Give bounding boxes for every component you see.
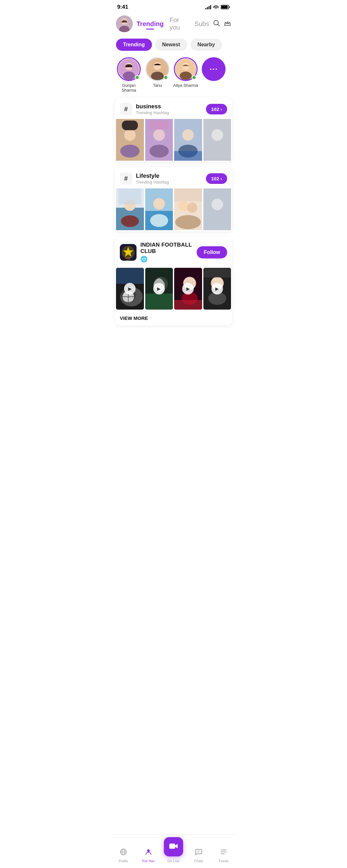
video-thumb-3[interactable]: ▶ [174, 268, 202, 310]
svg-point-27 [182, 129, 194, 141]
play-icon-3[interactable]: ▶ [182, 283, 194, 294]
story-item-tanu[interactable]: Tanu [146, 57, 169, 88]
club-globe-icon: 🌐 [140, 255, 193, 262]
hashtag-subtitle-business: Trending Hashtag [136, 110, 169, 115]
hashtag-count-lifestyle[interactable]: 102 › [206, 173, 227, 184]
hash-symbol: # [120, 103, 132, 115]
photo-thumb-1[interactable] [116, 119, 144, 161]
photo-thumb-5[interactable] [116, 188, 144, 230]
svg-point-35 [121, 215, 139, 227]
video-thumb-2[interactable]: ▶ [145, 268, 173, 310]
svg-point-39 [153, 198, 165, 210]
club-logo: WINDY CITY [120, 244, 136, 261]
filter-tabs: Trending Newest Nearby [111, 36, 236, 55]
battery-icon [221, 5, 230, 9]
tab-foryou[interactable]: For you [169, 17, 189, 31]
photo-thumb-3[interactable] [174, 119, 202, 161]
svg-point-42 [178, 201, 188, 211]
play-icon-2[interactable]: ▶ [153, 283, 165, 294]
photo-thumb-8[interactable] [203, 188, 231, 230]
filter-nearby[interactable]: Nearby [191, 38, 222, 51]
svg-point-44 [175, 215, 201, 229]
svg-point-11 [123, 72, 135, 80]
club-name: INDIAN FOOTBALL CLUB [140, 242, 193, 255]
svg-rect-59 [116, 268, 144, 284]
play-icon-1[interactable]: ▶ [124, 283, 135, 294]
video-grid: ▶ ▶ ▶ [115, 268, 232, 311]
hashtag-card-lifestyle: # Lifestyle Trending Hashtag 102 › [115, 167, 232, 231]
svg-point-17 [180, 72, 192, 80]
view-more-button[interactable]: VIEW MORE [115, 311, 232, 326]
hashtag-card-business: # business Trending Hashtag 102 › [115, 98, 232, 162]
svg-rect-2 [229, 6, 230, 8]
svg-rect-61 [145, 293, 173, 310]
svg-point-43 [187, 203, 197, 213]
story-name-gunjan: Gunjan Sharma [116, 83, 142, 93]
online-indicator [192, 75, 196, 80]
photo-grid-business [115, 119, 232, 162]
filter-trending[interactable]: Trending [116, 38, 152, 51]
svg-rect-1 [221, 6, 228, 9]
photo-thumb-4[interactable] [203, 119, 231, 161]
svg-rect-36 [119, 188, 141, 205]
club-card: WINDY CITY INDIAN FOOTBALL CLUB 🌐 Follow [115, 237, 232, 326]
tab-trending[interactable]: Trending [136, 20, 163, 28]
story-name-aliya: Aliya Sharma [173, 83, 198, 88]
hashtag-subtitle-lifestyle: Trending Hashtag [136, 180, 169, 185]
svg-rect-29 [174, 151, 202, 161]
header-nav: Trending For you Subs [136, 17, 209, 31]
svg-point-24 [149, 145, 169, 157]
status-bar: 9:41 [111, 0, 236, 13]
svg-point-31 [212, 129, 223, 141]
user-avatar[interactable] [116, 16, 133, 32]
tab-subs[interactable]: Subs [194, 20, 209, 28]
status-icons [205, 4, 230, 10]
header-actions [213, 20, 231, 28]
svg-point-40 [150, 214, 168, 227]
online-indicator [163, 75, 168, 80]
svg-text:CITY: CITY [127, 259, 129, 261]
search-icon[interactable] [213, 20, 220, 28]
crown-icon[interactable] [224, 20, 231, 28]
story-name-tanu: Tanu [153, 83, 162, 88]
svg-rect-70 [203, 268, 231, 277]
status-time: 9:41 [117, 4, 128, 10]
hashtag-title-lifestyle: Lifestyle [136, 173, 169, 179]
online-indicator [135, 75, 139, 80]
photo-grid-lifestyle [115, 188, 232, 231]
photo-thumb-2[interactable] [145, 119, 173, 161]
story-row: Gunjan Sharma Tanu [111, 55, 236, 98]
story-item-gunjan[interactable]: Gunjan Sharma [116, 57, 142, 93]
svg-point-23 [153, 129, 165, 141]
header: Trending For you Subs [111, 13, 236, 36]
video-thumb-4[interactable]: ▶ [203, 268, 231, 310]
svg-rect-25 [149, 121, 169, 129]
svg-point-20 [120, 145, 139, 157]
hashtag-count-business[interactable]: 102 › [206, 104, 227, 115]
video-thumb-1[interactable]: ▶ [116, 268, 144, 310]
hashtag-title-business: business [136, 103, 169, 110]
hash-symbol-lifestyle: # [120, 172, 132, 185]
photo-thumb-7[interactable] [174, 188, 202, 230]
wifi-icon [213, 4, 219, 10]
photo-thumb-6[interactable] [145, 188, 173, 230]
story-item-aliya[interactable]: Aliya Sharma [173, 57, 198, 88]
follow-button[interactable]: Follow [197, 246, 227, 258]
svg-point-47 [212, 199, 223, 210]
signal-icon [205, 5, 211, 9]
more-icon: ··· [210, 65, 218, 73]
svg-line-8 [218, 24, 220, 26]
play-icon-4[interactable]: ▶ [212, 283, 223, 294]
svg-point-16 [182, 63, 189, 70]
svg-rect-66 [174, 300, 202, 310]
svg-rect-21 [122, 121, 138, 130]
story-more[interactable]: ··· [202, 57, 226, 81]
svg-point-13 [154, 62, 161, 70]
svg-rect-45 [174, 188, 202, 201]
filter-newest[interactable]: Newest [155, 38, 187, 51]
svg-text:WINDY: WINDY [126, 257, 131, 259]
svg-point-19 [124, 129, 135, 141]
